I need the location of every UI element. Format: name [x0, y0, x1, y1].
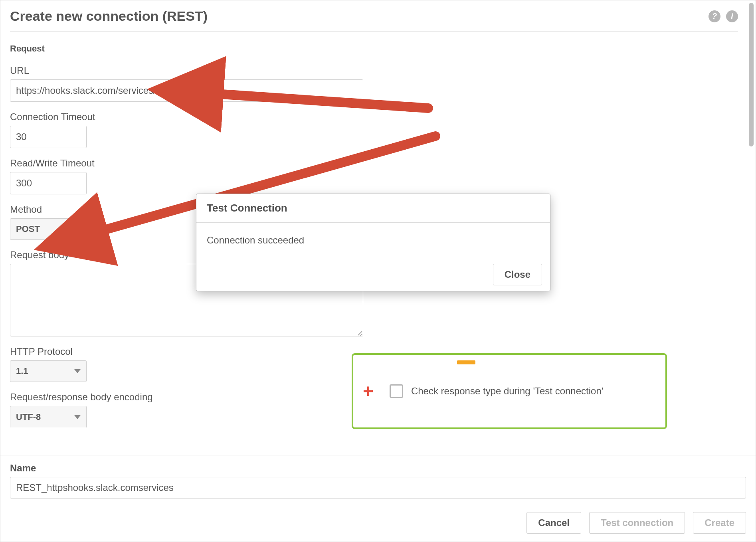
rw-timeout-input[interactable]: 300: [10, 172, 87, 194]
http-protocol-value: 1.1: [16, 366, 28, 376]
test-connection-modal: Test Connection Connection succeeded Clo…: [196, 194, 550, 291]
name-input[interactable]: REST_httpshooks.slack.comservices: [10, 477, 746, 498]
check-response-row: Check response type during 'Test connect…: [390, 384, 603, 398]
help-icon[interactable]: ?: [709, 10, 720, 22]
dialog-header: Create new connection (REST) ? i: [10, 8, 738, 32]
http-protocol-dropdown[interactable]: 1.1: [10, 360, 87, 382]
body-encoding-dropdown[interactable]: UTF-8: [10, 406, 87, 427]
resize-handle-icon[interactable]: [356, 330, 362, 335]
check-response-checkbox[interactable]: [390, 384, 403, 398]
url-input[interactable]: https://hooks.slack.com/services/: [10, 79, 363, 102]
highlight-check-response: + Check response type during 'Test conne…: [352, 353, 667, 429]
url-value: https://hooks.slack.com/services/: [16, 85, 156, 96]
section-divider: [51, 49, 738, 49]
rw-timeout-value: 300: [16, 178, 32, 189]
plus-icon[interactable]: +: [363, 382, 374, 400]
header-icons: ? i: [709, 10, 738, 22]
label-rw-timeout: Read/Write Timeout: [10, 158, 738, 169]
create-button[interactable]: Create: [693, 512, 746, 534]
cancel-button[interactable]: Cancel: [526, 512, 581, 534]
dialog-footer-area: Name REST_httpshooks.slack.comservices C…: [0, 455, 756, 542]
info-icon[interactable]: i: [726, 10, 738, 22]
label-name: Name: [10, 463, 746, 474]
dialog-title: Create new connection (REST): [10, 8, 208, 24]
label-url: URL: [10, 65, 738, 76]
connection-timeout-input[interactable]: 30: [10, 126, 87, 148]
scrollbar-vertical[interactable]: [749, 3, 754, 146]
name-value: REST_httpshooks.slack.comservices: [16, 482, 174, 493]
test-connection-button[interactable]: Test connection: [589, 512, 685, 534]
modal-title: Test Connection: [196, 194, 550, 223]
dialog-create-connection: Create new connection (REST) ? i Request…: [0, 0, 756, 542]
chevron-down-icon: [74, 227, 81, 231]
method-dropdown[interactable]: POST: [10, 218, 87, 240]
modal-close-button[interactable]: Close: [493, 264, 542, 285]
chevron-down-icon: [74, 415, 81, 419]
chevron-down-icon: [74, 369, 81, 373]
label-connection-timeout: Connection Timeout: [10, 111, 738, 123]
footer-buttons: Cancel Test connection Create: [10, 512, 746, 534]
section-request-header: Request: [10, 44, 738, 54]
section-request-title: Request: [10, 44, 45, 54]
connection-timeout-value: 30: [16, 131, 27, 142]
modal-footer: Close: [196, 258, 550, 291]
modal-message: Connection succeeded: [196, 223, 550, 258]
method-value: POST: [16, 224, 40, 234]
annotation-mark-icon: [457, 360, 475, 364]
check-response-label: Check response type during 'Test connect…: [411, 386, 603, 397]
body-encoding-value: UTF-8: [16, 412, 41, 422]
